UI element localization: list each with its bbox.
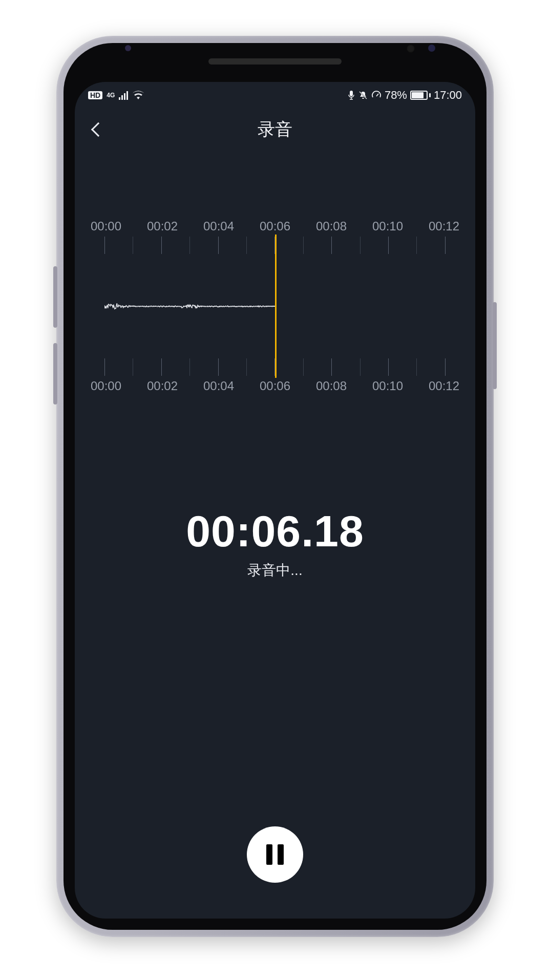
ruler-label: 00:06 (255, 379, 295, 393)
ruler-label: 00:06 (255, 219, 295, 233)
front-camera (407, 45, 415, 53)
timer-block: 00:06.18 录音中... (75, 506, 475, 580)
tick (189, 358, 190, 376)
tick (189, 237, 190, 254)
status-bar: HD 4G (75, 82, 475, 106)
ruler-label: 00:04 (199, 219, 239, 233)
title-bar: 录音 (75, 106, 475, 153)
tick (331, 237, 332, 254)
ruler-label: 00:00 (86, 219, 126, 233)
waveform (104, 296, 275, 316)
tick (218, 237, 219, 254)
ruler-label: 00:02 (142, 379, 182, 393)
svg-rect-0 (350, 91, 353, 96)
pause-icon (266, 844, 284, 865)
battery-percent: 78% (385, 89, 407, 102)
sensor-dot (125, 45, 131, 51)
elapsed-time: 00:06.18 (75, 506, 475, 557)
wifi-icon (132, 91, 144, 100)
tick (331, 358, 332, 376)
tick (246, 237, 247, 254)
status-left: HD 4G (88, 91, 144, 100)
power-hardware (493, 302, 497, 389)
clock: 17:00 (434, 89, 462, 102)
ruler-label: 00:08 (311, 379, 351, 393)
back-button[interactable] (87, 118, 110, 141)
ruler-label: 00:08 (311, 219, 351, 233)
tick (104, 358, 105, 376)
ruler-label: 00:10 (368, 219, 408, 233)
tick (133, 358, 133, 376)
tick (388, 237, 389, 254)
gauge-icon (371, 90, 382, 100)
battery-icon (410, 91, 431, 100)
sensor-dot (428, 45, 435, 52)
playhead-line (275, 235, 277, 378)
waveform-panel[interactable]: 00:0000:0200:0400:0600:0800:1000:12 00:0… (75, 219, 475, 393)
tick (445, 237, 446, 254)
tick (360, 237, 361, 254)
tick (104, 237, 105, 254)
tick (360, 358, 361, 376)
status-right: 78% 17:00 (348, 89, 462, 102)
earpiece (208, 58, 342, 65)
page-title: 录音 (258, 118, 292, 141)
ruler-label: 00:02 (142, 219, 182, 233)
ruler-label: 00:12 (424, 219, 464, 233)
recording-status: 录音中... (75, 561, 475, 580)
tick (416, 237, 417, 254)
tick (161, 237, 162, 254)
tick (133, 237, 133, 254)
tick (246, 358, 247, 376)
svg-line-3 (376, 94, 378, 96)
ruler-label: 00:10 (368, 379, 408, 393)
tick (445, 358, 446, 376)
tick (388, 358, 389, 376)
hd-badge: HD (88, 91, 102, 99)
ruler-label: 00:00 (86, 379, 126, 393)
chevron-left-icon (91, 122, 105, 137)
tick (218, 358, 219, 376)
volume-down-hardware (53, 343, 57, 404)
signal-icon (119, 91, 128, 100)
tick (416, 358, 417, 376)
time-ruler-top: 00:0000:0200:0400:0600:0800:1000:12 (75, 219, 475, 233)
controls (75, 826, 475, 883)
network-type: 4G (107, 92, 115, 99)
phone-frame: HD 4G (56, 36, 494, 937)
phone-bezel: HD 4G (64, 43, 486, 930)
ruler-label: 00:12 (424, 379, 464, 393)
volume-up-hardware (53, 266, 57, 328)
app-screen: HD 4G (75, 82, 475, 919)
tick (303, 358, 304, 376)
time-ruler-bottom: 00:0000:0200:0400:0600:0800:1000:12 (75, 379, 475, 393)
pause-button[interactable] (247, 826, 303, 883)
tick (303, 237, 304, 254)
ruler-label: 00:04 (199, 379, 239, 393)
mic-icon (348, 90, 355, 100)
tick (161, 358, 162, 376)
mute-icon (358, 90, 368, 100)
